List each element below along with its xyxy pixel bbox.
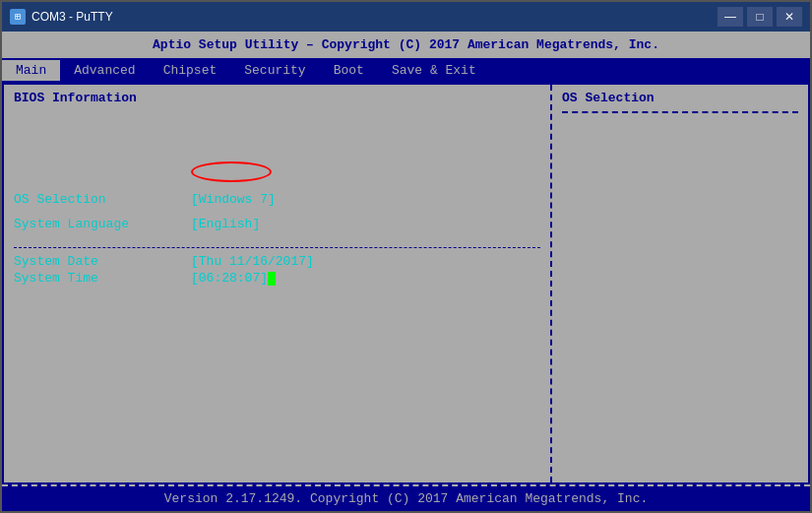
bios-id-row: BIOS ID BTL4A006 [14, 161, 540, 182]
cursor [268, 272, 276, 286]
minimize-button[interactable]: — [718, 7, 743, 27]
access-level-row: Access Level Administrator [14, 295, 540, 310]
build-date-value: 09/18/2017 17:10:31 [191, 128, 337, 143]
system-date-row[interactable]: System Date [Thu 11/16/2017] [14, 254, 540, 269]
system-date-value: [Thu 11/16/2017] [191, 254, 314, 269]
help-row-6: |F2: Previous Values [562, 203, 798, 218]
help-row-1: |><: Select Screen [562, 119, 798, 134]
build-date-label: Build Date and Time [14, 128, 191, 143]
model-name-value: N/A [191, 145, 214, 160]
os-selection-label: OS Selection [14, 192, 191, 207]
access-level-value: Administrator [191, 295, 290, 310]
system-time-label: System Time [14, 271, 191, 286]
section-title: BIOS Information [14, 91, 540, 105]
bios-header: Aptio Setup Utility – Copyright (C) 2017… [2, 32, 810, 58]
menu-item-main[interactable]: Main [2, 60, 60, 81]
window-controls: — □ ✕ [718, 7, 802, 27]
system-language-row[interactable]: System Language [English] [14, 217, 540, 231]
window-title: COM3 - PuTTY [31, 10, 113, 24]
os-selection-row[interactable]: OS Selection [Windows 7] [14, 192, 540, 207]
bios-vendor-row: BIOS Vendor American Megatrends [14, 111, 540, 126]
bios-menu-bar: Main Advanced Chipset Security Boot Save… [2, 58, 810, 83]
menu-item-boot[interactable]: Boot [320, 60, 378, 81]
main-panel: BIOS Information BIOS Vendor American Me… [4, 85, 552, 482]
sidebar-divider [562, 111, 798, 113]
menu-item-chipset[interactable]: Chipset [150, 60, 231, 81]
system-time-value: [06:28:07] [191, 271, 276, 286]
system-date-label: System Date [14, 254, 191, 269]
bios-content: BIOS Information BIOS Vendor American Me… [2, 83, 810, 484]
help-row-7: |F3: Optimized Defaults [562, 220, 798, 234]
sidebar-title: OS Selection [562, 91, 798, 105]
main-window: ⊞ COM3 - PuTTY — □ ✕ Aptio Setup Utility… [0, 0, 812, 513]
system-language-value: [English] [191, 217, 260, 231]
app-icon: ⊞ [10, 9, 26, 25]
bios-id-value: BTL4A006 [191, 161, 272, 182]
bios-screen: Aptio Setup Utility – Copyright (C) 2017… [2, 32, 810, 511]
close-button[interactable]: ✕ [777, 7, 802, 27]
menu-item-security[interactable]: Security [230, 60, 319, 81]
bios-id-circled: BTL4A006 [191, 161, 272, 182]
menu-item-save-exit[interactable]: Save & Exit [378, 60, 490, 81]
help-row-3: |Enter: Select [562, 153, 798, 167]
model-name-label: Model Name [14, 145, 191, 160]
help-row-4: |+/-: Change Opt. [562, 169, 798, 184]
bios-vendor-value: American Megatrends [191, 111, 337, 126]
title-bar-left: ⊞ COM3 - PuTTY [10, 9, 113, 25]
help-row-2: |^v: Select Item [562, 136, 798, 151]
help-row-5: |F1: General Help [562, 186, 798, 201]
bios-vendor-label: BIOS Vendor [14, 111, 191, 126]
help-row-8: |F4: Save & Exit [562, 236, 798, 251]
build-date-row: Build Date and Time 09/18/2017 17:10:31 [14, 128, 540, 143]
access-level-label: Access Level [14, 295, 191, 310]
bios-id-label: BIOS ID [14, 161, 191, 182]
maximize-button[interactable]: □ [747, 7, 773, 27]
model-name-row: Model Name N/A [14, 145, 540, 160]
menu-item-advanced[interactable]: Advanced [60, 60, 149, 81]
system-language-label: System Language [14, 217, 191, 231]
side-panel: OS Selection |><: Select Screen |^v: Sel… [552, 85, 808, 482]
system-time-row[interactable]: System Time [06:28:07] [14, 271, 540, 286]
help-row-9: |ESC: Exit [562, 253, 798, 268]
os-selection-value: [Windows 7] [191, 192, 276, 207]
bios-footer: Version 2.17.1249. Copyright (C) 2017 Am… [2, 484, 810, 511]
title-bar: ⊞ COM3 - PuTTY — □ ✕ [2, 2, 810, 32]
